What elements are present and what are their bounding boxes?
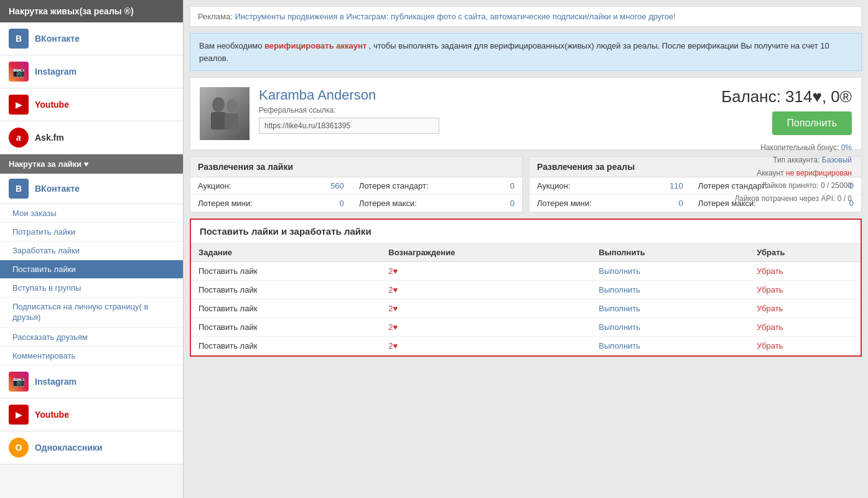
ent-reals-auction-label: Аукцион: [530, 177, 644, 195]
table-row: Поставить лайк 2♥ Выполнить Убрать [191, 281, 861, 299]
ad-label: Реклама: [198, 12, 233, 21]
remove-link[interactable]: Убрать [757, 341, 783, 350]
sidebar-instagram-label: Instagram [35, 67, 77, 77]
sidebar-youtube2-label: Youtube [35, 410, 69, 420]
sidebar-item-youtube2[interactable]: ▶ Youtube [0, 398, 183, 431]
sidebar-item-join-groups[interactable]: Вступать в группы [0, 279, 183, 298]
vk-icon: В [9, 29, 29, 49]
remove-link[interactable]: Убрать [757, 285, 783, 294]
sidebar-ok-label: Одноклассники [35, 443, 103, 453]
sidebar-youtube-label: Youtube [35, 100, 69, 110]
sidebar-section1-header: Накрутка живых(за реалы ®) [0, 0, 183, 22]
main-content: Реклама: Инструменты продвижения в Инста… [184, 0, 868, 498]
svg-point-2 [212, 97, 225, 112]
svg-rect-5 [225, 113, 238, 129]
ent-likes-mini-label: Лотерея мини: [190, 195, 305, 212]
ent-likes-maxi-value[interactable]: 0 [490, 195, 522, 212]
balance-section: Баланс: 314♥, 0® Пополнить Накопительный… [721, 87, 852, 205]
task-name: Поставить лайк [191, 281, 381, 299]
bonus-value-link[interactable]: 0% [841, 143, 852, 152]
entertainment-likes-table: Аукцион: 560 Лотерея стандарт: 0 Лотерея… [190, 177, 522, 212]
ent-likes-std-label: Лотерея стандарт: [352, 177, 490, 195]
tasks-header: Поставить лайки и заработать лайки [191, 220, 861, 243]
svg-point-4 [226, 99, 238, 113]
topup-button[interactable]: Пополнить [772, 111, 852, 135]
entertainment-likes-panel: Развлечения за лайки Аукцион: 560 Лотере… [190, 156, 523, 212]
table-row: Поставить лайк 2♥ Выполнить Убрать [191, 262, 861, 281]
profile-ref-input[interactable] [259, 118, 439, 134]
remove-link[interactable]: Убрать [757, 304, 783, 313]
ad-banner: Реклама: Инструменты продвижения в Инста… [190, 6, 862, 27]
tasks-table: Задание Вознаграждение Выполнить Убрать … [191, 243, 861, 355]
sidebar-item-comment[interactable]: Комментировать [0, 347, 183, 365]
sidebar-section2-label: Накрутка за лайки ♥ [9, 159, 88, 169]
sidebar-instagram2-label: Instagram [35, 377, 77, 387]
sidebar-item-instagram2[interactable]: 📷 Instagram [0, 365, 183, 398]
entertainment-likes-header: Развлечения за лайки [190, 157, 522, 177]
balance-details: Накопительный бонус: 0% Тип аккаунта: Ба… [721, 141, 852, 205]
remove-link[interactable]: Убрать [757, 322, 783, 332]
sidebar-vkontakte-label: ВКонтакте [35, 34, 80, 44]
task-name: Поставить лайк [191, 337, 381, 355]
col-remove: Убрать [749, 243, 861, 262]
ent-reals-mini-value[interactable]: 0 [644, 195, 691, 212]
ent-reals-auction-value[interactable]: 110 [644, 177, 691, 195]
verify-link[interactable]: верифицировать аккаунт [264, 41, 366, 50]
task-reward: 2♥ [381, 262, 591, 281]
vk-icon-2: В [9, 179, 29, 199]
col-execute: Выполнить [591, 243, 749, 262]
ent-reals-mini-label: Лотерея мини: [530, 195, 644, 212]
ent-likes-row-auction: Аукцион: 560 Лотерея стандарт: 0 [190, 177, 522, 195]
execute-link[interactable]: Выполнить [599, 304, 640, 313]
remove-link[interactable]: Убрать [757, 266, 783, 276]
sidebar-section1-label: Накрутка живых(за реалы ®) [9, 6, 134, 16]
sidebar-item-subscribe-personal[interactable]: Подписаться на личную страницу( в друзья… [0, 298, 183, 328]
table-row: Поставить лайк 2♥ Выполнить Убрать [191, 337, 861, 355]
sidebar-item-askfm[interactable]: a Ask.fm [0, 121, 183, 154]
sidebar-vk-section[interactable]: В ВКонтакте [0, 174, 183, 204]
sidebar: Накрутка живых(за реалы ®) В ВКонтакте 📷… [0, 0, 184, 498]
verify-banner: Вам необходимо верифицировать аккаунт , … [190, 33, 862, 71]
youtube-icon-2: ▶ [9, 405, 29, 425]
table-row: Поставить лайк 2♥ Выполнить Убрать [191, 318, 861, 337]
sidebar-item-youtube[interactable]: ▶ Youtube [0, 88, 183, 121]
task-name: Поставить лайк [191, 318, 381, 337]
instagram-icon: 📷 [9, 62, 29, 82]
instagram-icon-2: 📷 [9, 372, 29, 392]
sidebar-item-spend-likes[interactable]: Потратить лайки [0, 223, 183, 242]
sidebar-item-vkontakte[interactable]: В ВКонтакте [0, 22, 183, 55]
execute-link[interactable]: Выполнить [599, 341, 640, 350]
execute-link[interactable]: Выполнить [599, 266, 640, 276]
sidebar-item-earn-likes[interactable]: Заработать лайки [0, 242, 183, 260]
ent-likes-auction-label: Аукцион: [190, 177, 305, 195]
ent-likes-maxi-label: Лотерея макси: [352, 195, 490, 212]
profile-panel: Karamba Anderson Реферальная ссылка: Бал… [190, 77, 862, 150]
sidebar-askfm-label: Ask.fm [35, 133, 64, 143]
col-reward: Вознаграждение [381, 243, 591, 262]
sidebar-item-instagram[interactable]: 📷 Instagram [0, 55, 183, 88]
ad-link[interactable]: Инструменты продвижения в Инстаграм: пуб… [235, 12, 676, 21]
ok-icon: О [9, 438, 29, 458]
task-reward: 2♥ [381, 337, 591, 355]
youtube-icon: ▶ [9, 95, 29, 115]
balance-amount: Баланс: 314♥, 0® [721, 87, 852, 106]
account-type-link[interactable]: Базовый [822, 156, 852, 164]
task-reward: 2♥ [381, 318, 591, 337]
tasks-panel: Поставить лайки и заработать лайки Задан… [190, 218, 862, 357]
col-task: Задание [191, 243, 381, 262]
table-row: Поставить лайк 2♥ Выполнить Убрать [191, 299, 861, 318]
ent-likes-mini-value[interactable]: 0 [305, 195, 352, 212]
verify-text1: Вам необходимо [199, 41, 264, 50]
sidebar-item-post-likes[interactable]: Поставить лайки [0, 260, 183, 279]
sidebar-item-tell-friends[interactable]: Рассказать друзьям [0, 328, 183, 347]
ent-likes-auction-value[interactable]: 560 [305, 177, 352, 195]
avatar-image [200, 87, 250, 140]
execute-link[interactable]: Выполнить [599, 285, 640, 294]
account-status-link[interactable]: не верифицирован [786, 169, 852, 177]
ent-likes-std-value[interactable]: 0 [490, 177, 522, 195]
execute-link[interactable]: Выполнить [599, 322, 640, 332]
sidebar-vk-section-label: ВКонтакте [35, 184, 80, 194]
ent-likes-row-lottery: Лотерея мини: 0 Лотерея макси: 0 [190, 195, 522, 212]
sidebar-item-odnoklassniki[interactable]: О Одноклассники [0, 431, 183, 464]
sidebar-item-my-orders[interactable]: Мои заказы [0, 204, 183, 223]
